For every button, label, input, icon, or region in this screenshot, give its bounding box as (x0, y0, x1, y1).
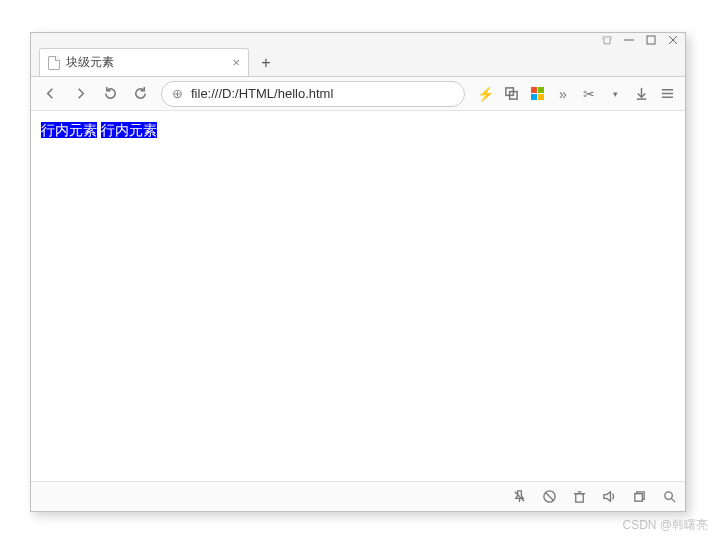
scissors-chevron-icon[interactable]: ▾ (603, 81, 627, 107)
watermark: CSDN @韩曙亮 (622, 517, 708, 534)
browser-window: 块级元素 × + ⊕ file:///D:/HTML/hello.html ⚡ … (30, 32, 686, 512)
svg-point-20 (664, 492, 672, 500)
translate-icon[interactable] (499, 81, 523, 107)
microsoft-icon[interactable] (525, 81, 549, 107)
url-text: file:///D:/HTML/hello.html (191, 86, 333, 101)
tab-title: 块级元素 (66, 54, 114, 71)
back-button[interactable] (37, 81, 63, 107)
svg-rect-19 (634, 494, 642, 502)
address-bar[interactable]: ⊕ file:///D:/HTML/hello.html (161, 81, 465, 107)
undo-button[interactable] (127, 81, 153, 107)
tab-strip: 块级元素 × + (31, 47, 685, 77)
menu-icon[interactable] (655, 81, 679, 107)
trash-icon[interactable] (571, 489, 587, 505)
svg-line-14 (545, 493, 553, 501)
status-bar (31, 481, 685, 511)
tshirt-icon[interactable] (601, 34, 613, 46)
page-content: 行内元素 行内元素 (31, 111, 685, 481)
flash-icon[interactable]: ⚡ (473, 81, 497, 107)
download-icon[interactable] (629, 81, 653, 107)
svg-rect-1 (647, 36, 655, 44)
window-controls (31, 33, 685, 47)
restore-icon[interactable] (631, 489, 647, 505)
svg-line-21 (671, 498, 675, 502)
close-icon[interactable] (667, 34, 679, 46)
maximize-icon[interactable] (645, 34, 657, 46)
new-tab-button[interactable]: + (253, 50, 279, 76)
toolbar: ⊕ file:///D:/HTML/hello.html ⚡ » ✂ ▾ (31, 77, 685, 111)
tab-close-icon[interactable]: × (232, 55, 240, 70)
inline-element-1: 行内元素 (41, 122, 97, 138)
reload-button[interactable] (97, 81, 123, 107)
svg-rect-15 (575, 494, 583, 502)
pin-icon[interactable] (511, 489, 527, 505)
shield-icon: ⊕ (172, 86, 183, 101)
search-icon[interactable] (661, 489, 677, 505)
toolbar-right: ⚡ » ✂ ▾ (473, 81, 679, 107)
more-icon[interactable]: » (551, 81, 575, 107)
document-icon (48, 56, 60, 70)
forward-button[interactable] (67, 81, 93, 107)
svg-marker-18 (603, 492, 610, 501)
scissors-icon[interactable]: ✂ (577, 81, 601, 107)
browser-tab[interactable]: 块级元素 × (39, 48, 249, 76)
sound-icon[interactable] (601, 489, 617, 505)
block-icon[interactable] (541, 489, 557, 505)
inline-element-2: 行内元素 (101, 122, 157, 138)
minimize-icon[interactable] (623, 34, 635, 46)
